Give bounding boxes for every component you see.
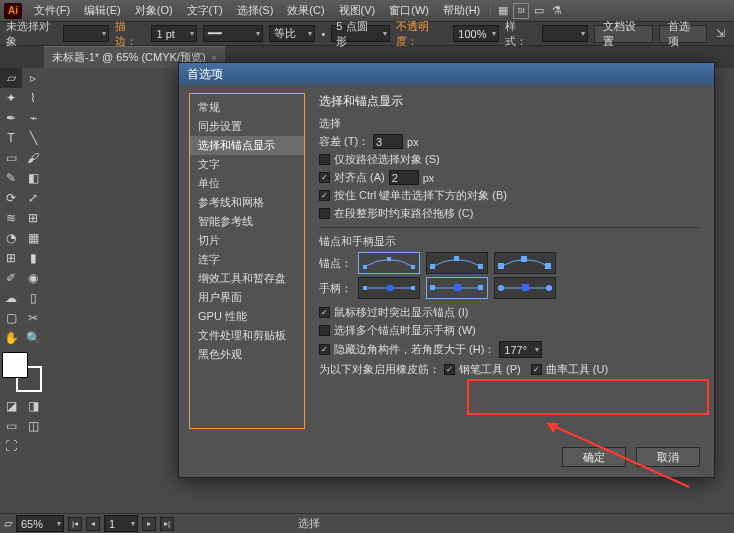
color-mode[interactable]: ◪ [0,396,22,416]
opacity-combo[interactable]: 100% [453,25,499,42]
blend-tool[interactable]: ◉ [22,268,44,288]
pin-icon[interactable]: ⇲ [713,26,728,42]
zoom-tool[interactable]: 🔍 [22,328,44,348]
pencil-tool[interactable]: ✎ [0,168,22,188]
magic-wand-tool[interactable]: ✦ [0,88,22,108]
hand-tool[interactable]: ✋ [0,328,22,348]
symbol-tool[interactable]: ☁ [0,288,22,308]
perspective-tool[interactable]: ▦ [22,228,44,248]
menu-help[interactable]: 帮助(H) [437,1,486,20]
nav-slices[interactable]: 切片 [190,231,304,250]
stroke-combo[interactable]: 1 pt [151,25,197,42]
width-tool[interactable]: ≋ [0,208,22,228]
snap-input[interactable] [389,170,419,185]
direct-select-tool[interactable]: ▹ [22,68,44,88]
menu-select[interactable]: 选择(S) [231,1,280,20]
curvature-tool[interactable]: ⌁ [22,108,44,128]
eyedropper-tool[interactable]: ✐ [0,268,22,288]
drawing-mode[interactable]: ◫ [22,416,44,436]
selection-tool[interactable]: ▱ [0,68,22,88]
hover-highlight-checkbox[interactable] [319,307,330,318]
anchor-style-3[interactable] [494,252,556,274]
snap-checkbox[interactable] [319,172,330,183]
shape-builder-tool[interactable]: ◔ [0,228,22,248]
nav-sync[interactable]: 同步设置 [190,117,304,136]
menu-file[interactable]: 文件(F) [28,1,76,20]
mesh-tool[interactable]: ⊞ [0,248,22,268]
rectangle-tool[interactable]: ▭ [0,148,22,168]
menu-object[interactable]: 对象(O) [129,1,179,20]
nav-gpu[interactable]: GPU 性能 [190,307,304,326]
doc-setup-button[interactable]: 文档设置 [594,25,653,43]
curve-tool-checkbox[interactable] [531,364,542,375]
menu-edit[interactable]: 编辑(E) [78,1,127,20]
menu-type[interactable]: 文字(T) [181,1,229,20]
prefs-button[interactable]: 首选项 [659,25,708,43]
nav-selection-anchor[interactable]: 选择和锚点显示 [190,136,304,155]
bridge-icon[interactable]: ▦ [495,3,511,19]
line-tool[interactable]: ╲ [22,128,44,148]
handle-style-3[interactable] [494,277,556,299]
fill-swatch[interactable] [2,352,28,378]
brush-combo[interactable]: ━━ [203,25,263,42]
slice-tool[interactable]: ✂ [22,308,44,328]
menu-view[interactable]: 视图(V) [333,1,382,20]
tolerance-input[interactable] [373,134,403,149]
nav-units[interactable]: 单位 [190,174,304,193]
constrain-checkbox[interactable] [319,208,330,219]
hide-corner-checkbox[interactable] [319,344,330,355]
nav-prev[interactable]: ◂ [86,517,100,531]
close-icon[interactable]: × [212,53,217,63]
handle-style-1[interactable] [358,277,420,299]
type-tool[interactable]: T [0,128,22,148]
nav-first[interactable]: |◂ [68,517,82,531]
nav-plugins[interactable]: 增效工具和暂存盘 [190,269,304,288]
nav-type[interactable]: 文字 [190,155,304,174]
nav-guides[interactable]: 参考线和网格 [190,193,304,212]
gradient-tool[interactable]: ▮ [22,248,44,268]
graph-tool[interactable]: ▯ [22,288,44,308]
menu-window[interactable]: 窗口(W) [383,1,435,20]
arrange-icon[interactable]: ▭ [531,3,547,19]
nav-next[interactable]: ▸ [142,517,156,531]
color-swatches[interactable] [2,352,42,392]
ok-button[interactable]: 确定 [562,447,626,467]
point-combo[interactable]: 5 点圆形 [331,25,390,42]
anchor-style-1[interactable] [358,252,420,274]
nav-general[interactable]: 常规 [190,98,304,117]
gpu-icon[interactable]: ⚗ [549,3,565,19]
pen-tool[interactable]: ✒ [0,108,22,128]
nav-ui[interactable]: 用户界面 [190,288,304,307]
zoom-combo[interactable]: 65% [16,515,64,532]
screen-mode[interactable]: ▭ [0,416,22,436]
handle-style-2[interactable] [426,277,488,299]
multi-handles-checkbox[interactable] [319,325,330,336]
path-only-checkbox[interactable] [319,154,330,165]
hide-corner-combo[interactable]: 177° [499,341,542,358]
artboard-tool[interactable]: ▢ [0,308,22,328]
eraser-tool[interactable]: ◧ [22,168,44,188]
pen-tool-checkbox[interactable] [444,364,455,375]
lasso-tool[interactable]: ⌇ [22,88,44,108]
stock-icon[interactable]: St [513,3,529,19]
scale-tool[interactable]: ⤢ [22,188,44,208]
nav-file-handling[interactable]: 文件处理和剪贴板 [190,326,304,345]
nav-smart-guides[interactable]: 智能参考线 [190,212,304,231]
free-transform-tool[interactable]: ⊞ [22,208,44,228]
selection-combo[interactable] [63,25,109,42]
anchor-style-2[interactable] [426,252,488,274]
rotate-tool[interactable]: ⟳ [0,188,22,208]
style-combo[interactable] [542,25,588,42]
ctrl-click-checkbox[interactable] [319,190,330,201]
nav-last[interactable]: ▸| [160,517,174,531]
cancel-button[interactable]: 取消 [636,447,700,467]
opacity-label[interactable]: 不透明度： [396,19,447,49]
uniform-combo[interactable]: 等比 [269,25,315,42]
page-combo[interactable]: 1 [104,515,138,532]
paintbrush-tool[interactable]: 🖌 [22,148,44,168]
stroke-label[interactable]: 描边： [115,19,146,49]
change-screen-mode[interactable]: ⛶ [0,436,22,456]
nav-hyphenation[interactable]: 连字 [190,250,304,269]
nav-black[interactable]: 黑色外观 [190,345,304,364]
menu-effect[interactable]: 效果(C) [281,1,330,20]
